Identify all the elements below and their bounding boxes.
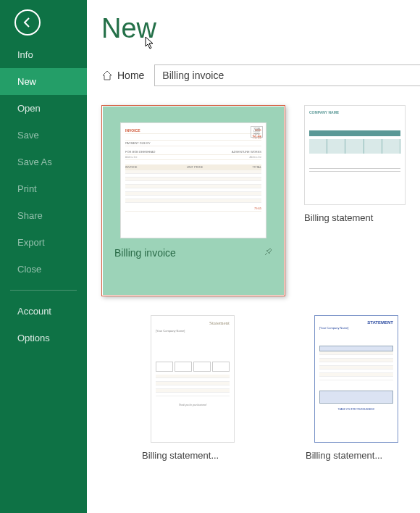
home-icon: [101, 70, 113, 81]
nav-save[interactable]: Save: [0, 122, 87, 149]
home-label: Home: [117, 70, 144, 81]
backstage-sidebar: Info New Open Save Save As Print Share E…: [0, 0, 87, 513]
search-row: Home Billing invoice: [101, 64, 420, 86]
template-billing-statement-3[interactable]: STATEMENT [Your Company Name] THANK YOU …: [306, 315, 407, 461]
template-thumbnail: COMPANY NAME: [304, 105, 406, 205]
nav-share[interactable]: Share: [0, 202, 87, 229]
pin-icon[interactable]: [264, 248, 272, 259]
nav-print[interactable]: Print: [0, 175, 87, 202]
nav-open[interactable]: Open: [0, 95, 87, 122]
nav-new[interactable]: New: [0, 68, 87, 95]
backstage-main: New Home Billing invoice YOURLOGOHERE IN…: [87, 0, 420, 513]
nav-info[interactable]: Info: [0, 41, 87, 68]
search-input[interactable]: Billing invoice: [154, 64, 420, 86]
template-thumbnail: Statement [Your Company Name] Thank you …: [151, 315, 235, 443]
template-thumbnail: YOURLOGOHERE INVOICE0001 79.65 PAYMENT D…: [120, 122, 266, 238]
template-label: Billing statement...: [306, 450, 407, 461]
template-billing-statement-2[interactable]: Statement [Your Company Name] Thank you …: [142, 315, 243, 461]
home-link[interactable]: Home: [101, 70, 144, 81]
template-billing-statement-1[interactable]: COMPANY NAME Billing statement: [304, 105, 406, 296]
back-button[interactable]: [14, 9, 41, 36]
nav-export[interactable]: Export: [0, 229, 87, 256]
template-label: Billing invoice: [114, 247, 176, 259]
template-label: Billing statement...: [142, 450, 243, 461]
page-title: New: [101, 13, 420, 44]
sidebar-separator: [10, 290, 77, 291]
nav-close[interactable]: Close: [0, 256, 87, 283]
nav-account[interactable]: Account: [0, 298, 87, 325]
template-billing-invoice[interactable]: YOURLOGOHERE INVOICE0001 79.65 PAYMENT D…: [101, 105, 285, 296]
cursor-icon: [145, 36, 155, 49]
template-label: Billing statement: [304, 212, 406, 223]
nav-options[interactable]: Options: [0, 325, 87, 351]
arrow-left-icon: [22, 17, 33, 28]
template-grid: YOURLOGOHERE INVOICE0001 79.65 PAYMENT D…: [101, 105, 420, 461]
template-thumbnail: STATEMENT [Your Company Name] THANK YOU …: [314, 315, 398, 443]
nav-save-as[interactable]: Save As: [0, 149, 87, 175]
